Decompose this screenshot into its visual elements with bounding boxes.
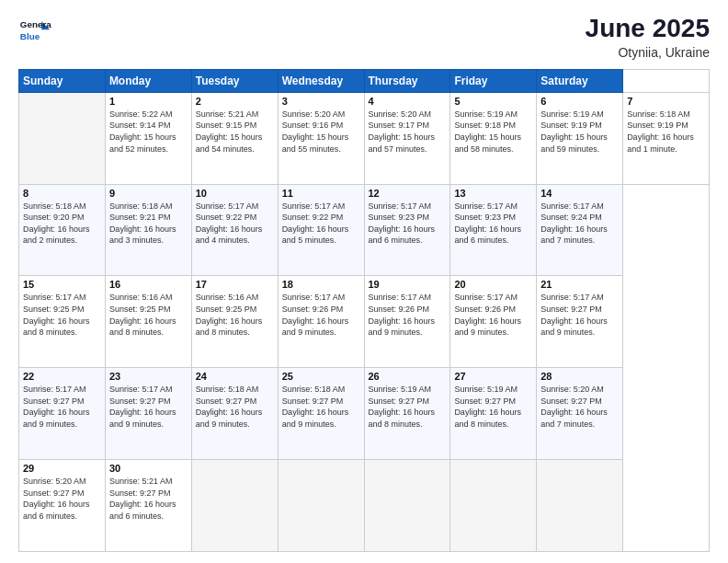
calendar-cell: 25Sunrise: 5:18 AMSunset: 9:27 PMDayligh…: [278, 368, 364, 460]
calendar-cell: 29Sunrise: 5:20 AMSunset: 9:27 PMDayligh…: [19, 460, 106, 552]
calendar-cell: 1Sunrise: 5:22 AMSunset: 9:14 PMDaylight…: [105, 92, 191, 184]
calendar-week-4: 22Sunrise: 5:17 AMSunset: 9:27 PMDayligh…: [19, 368, 710, 460]
cell-info: Sunrise: 5:18 AMSunset: 9:21 PMDaylight:…: [109, 201, 188, 247]
day-number: 12: [369, 188, 447, 199]
day-number: 19: [369, 279, 447, 290]
day-number: 2: [196, 96, 274, 107]
calendar-cell: 8Sunrise: 5:18 AMSunset: 9:20 PMDaylight…: [19, 184, 106, 276]
calendar-header-monday: Monday: [105, 69, 191, 92]
calendar-table: SundayMondayTuesdayWednesdayThursdayFrid…: [18, 69, 710, 552]
calendar-cell: 24Sunrise: 5:18 AMSunset: 9:27 PMDayligh…: [191, 368, 278, 460]
calendar-cell: [191, 460, 278, 552]
svg-text:Blue: Blue: [20, 31, 40, 41]
calendar-cell: 11Sunrise: 5:17 AMSunset: 9:22 PMDayligh…: [278, 184, 364, 276]
cell-info: Sunrise: 5:21 AMSunset: 9:27 PMDaylight:…: [109, 476, 188, 522]
cell-info: Sunrise: 5:16 AMSunset: 9:25 PMDaylight:…: [109, 292, 188, 338]
day-number: 15: [23, 279, 101, 290]
calendar-cell: 9Sunrise: 5:18 AMSunset: 9:21 PMDaylight…: [105, 184, 191, 276]
cell-info: Sunrise: 5:19 AMSunset: 9:27 PMDaylight:…: [454, 384, 532, 430]
calendar-cell: 17Sunrise: 5:16 AMSunset: 9:25 PMDayligh…: [191, 276, 278, 368]
calendar-cell: 10Sunrise: 5:17 AMSunset: 9:22 PMDayligh…: [191, 184, 278, 276]
cell-info: Sunrise: 5:19 AMSunset: 9:19 PMDaylight:…: [540, 109, 619, 155]
day-number: 8: [23, 188, 101, 199]
calendar-cell: 21Sunrise: 5:17 AMSunset: 9:27 PMDayligh…: [537, 276, 623, 368]
calendar-cell: [537, 460, 623, 552]
calendar-cell: 28Sunrise: 5:20 AMSunset: 9:27 PMDayligh…: [537, 368, 623, 460]
cell-info: Sunrise: 5:20 AMSunset: 9:16 PMDaylight:…: [282, 109, 360, 155]
cell-info: Sunrise: 5:17 AMSunset: 9:26 PMDaylight:…: [369, 292, 447, 338]
day-number: 24: [196, 371, 274, 382]
calendar-cell: [450, 460, 537, 552]
cell-info: Sunrise: 5:17 AMSunset: 9:27 PMDaylight:…: [109, 384, 188, 430]
cell-info: Sunrise: 5:18 AMSunset: 9:19 PMDaylight:…: [627, 109, 705, 155]
calendar-week-2: 8Sunrise: 5:18 AMSunset: 9:20 PMDaylight…: [19, 184, 710, 276]
month-title: June 2025: [586, 15, 710, 43]
location-subtitle: Otyniia, Ukraine: [586, 45, 710, 60]
cell-info: Sunrise: 5:17 AMSunset: 9:24 PMDaylight:…: [540, 201, 619, 247]
calendar-cell: [19, 92, 106, 184]
calendar-cell: 2Sunrise: 5:21 AMSunset: 9:15 PMDaylight…: [191, 92, 278, 184]
day-number: 17: [196, 279, 274, 290]
cell-info: Sunrise: 5:17 AMSunset: 9:27 PMDaylight:…: [540, 292, 619, 338]
title-block: June 2025 Otyniia, Ukraine: [586, 15, 710, 60]
cell-info: Sunrise: 5:17 AMSunset: 9:25 PMDaylight:…: [23, 292, 101, 338]
day-number: 16: [109, 279, 188, 290]
page: General Blue June 2025 Otyniia, Ukraine …: [0, 0, 728, 563]
cell-info: Sunrise: 5:16 AMSunset: 9:25 PMDaylight:…: [196, 292, 274, 338]
day-number: 21: [540, 279, 619, 290]
day-number: 23: [109, 371, 188, 382]
cell-info: Sunrise: 5:17 AMSunset: 9:23 PMDaylight:…: [369, 201, 447, 247]
calendar-week-3: 15Sunrise: 5:17 AMSunset: 9:25 PMDayligh…: [19, 276, 710, 368]
calendar-cell: 4Sunrise: 5:20 AMSunset: 9:17 PMDaylight…: [364, 92, 450, 184]
day-number: 1: [109, 96, 188, 107]
day-number: 10: [196, 188, 274, 199]
calendar-week-5: 29Sunrise: 5:20 AMSunset: 9:27 PMDayligh…: [19, 460, 710, 552]
svg-text:General: General: [20, 19, 51, 29]
cell-info: Sunrise: 5:22 AMSunset: 9:14 PMDaylight:…: [109, 109, 188, 155]
calendar-cell: 5Sunrise: 5:19 AMSunset: 9:18 PMDaylight…: [450, 92, 537, 184]
calendar-header-sunday: Sunday: [19, 69, 106, 92]
cell-info: Sunrise: 5:17 AMSunset: 9:22 PMDaylight:…: [282, 201, 360, 247]
day-number: 22: [23, 371, 101, 382]
day-number: 4: [369, 96, 447, 107]
calendar-header-wednesday: Wednesday: [278, 69, 364, 92]
calendar-cell: 30Sunrise: 5:21 AMSunset: 9:27 PMDayligh…: [105, 460, 191, 552]
calendar-cell: [364, 460, 450, 552]
calendar-cell: [278, 460, 364, 552]
cell-info: Sunrise: 5:18 AMSunset: 9:27 PMDaylight:…: [282, 384, 360, 430]
day-number: 6: [540, 96, 619, 107]
day-number: 26: [369, 371, 447, 382]
day-number: 20: [454, 279, 532, 290]
calendar-cell: 16Sunrise: 5:16 AMSunset: 9:25 PMDayligh…: [105, 276, 191, 368]
cell-info: Sunrise: 5:18 AMSunset: 9:20 PMDaylight:…: [23, 201, 101, 247]
day-number: 9: [109, 188, 188, 199]
calendar-cell: 20Sunrise: 5:17 AMSunset: 9:26 PMDayligh…: [450, 276, 537, 368]
calendar-cell: 13Sunrise: 5:17 AMSunset: 9:23 PMDayligh…: [450, 184, 537, 276]
logo-icon: General Blue: [18, 15, 51, 48]
day-number: 3: [282, 96, 360, 107]
cell-info: Sunrise: 5:17 AMSunset: 9:22 PMDaylight:…: [196, 201, 274, 247]
cell-info: Sunrise: 5:17 AMSunset: 9:26 PMDaylight:…: [454, 292, 532, 338]
calendar-cell: 23Sunrise: 5:17 AMSunset: 9:27 PMDayligh…: [105, 368, 191, 460]
header: General Blue June 2025 Otyniia, Ukraine: [18, 15, 710, 60]
cell-info: Sunrise: 5:20 AMSunset: 9:27 PMDaylight:…: [23, 476, 101, 522]
cell-info: Sunrise: 5:19 AMSunset: 9:18 PMDaylight:…: [454, 109, 532, 155]
day-number: 14: [540, 188, 619, 199]
calendar-cell: 18Sunrise: 5:17 AMSunset: 9:26 PMDayligh…: [278, 276, 364, 368]
cell-info: Sunrise: 5:17 AMSunset: 9:23 PMDaylight:…: [454, 201, 532, 247]
calendar-cell: 26Sunrise: 5:19 AMSunset: 9:27 PMDayligh…: [364, 368, 450, 460]
cell-info: Sunrise: 5:20 AMSunset: 9:17 PMDaylight:…: [369, 109, 447, 155]
day-number: 11: [282, 188, 360, 199]
calendar-cell: 14Sunrise: 5:17 AMSunset: 9:24 PMDayligh…: [537, 184, 623, 276]
cell-info: Sunrise: 5:20 AMSunset: 9:27 PMDaylight:…: [540, 384, 619, 430]
day-number: 29: [23, 463, 101, 474]
day-number: 13: [454, 188, 532, 199]
calendar-header-thursday: Thursday: [364, 69, 450, 92]
calendar-header-row: SundayMondayTuesdayWednesdayThursdayFrid…: [19, 69, 710, 92]
logo: General Blue: [18, 15, 51, 48]
day-number: 30: [109, 463, 188, 474]
cell-info: Sunrise: 5:18 AMSunset: 9:27 PMDaylight:…: [196, 384, 274, 430]
day-number: 28: [540, 371, 619, 382]
calendar-cell: 27Sunrise: 5:19 AMSunset: 9:27 PMDayligh…: [450, 368, 537, 460]
calendar-cell: 6Sunrise: 5:19 AMSunset: 9:19 PMDaylight…: [537, 92, 623, 184]
